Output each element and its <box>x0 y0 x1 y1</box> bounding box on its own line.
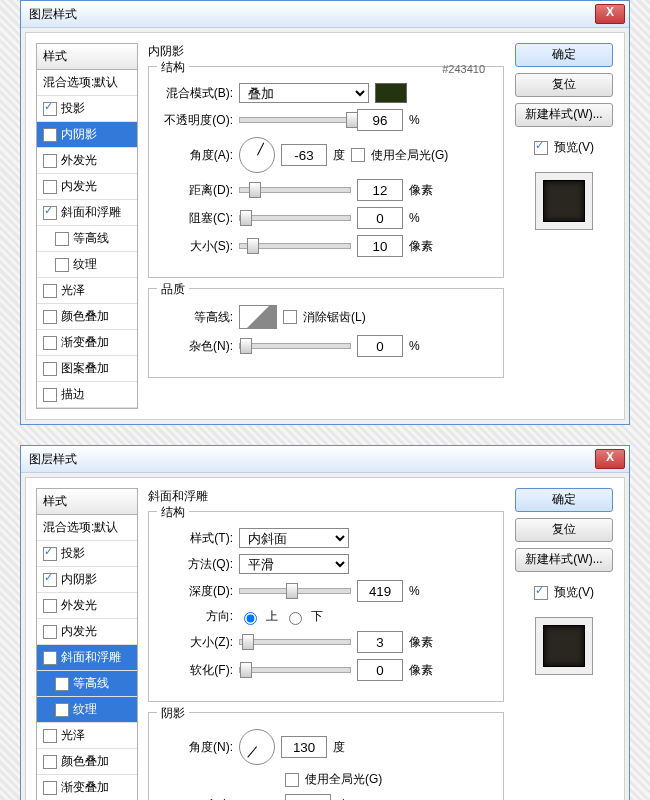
choke-slider[interactable] <box>239 215 351 221</box>
style-checkbox[interactable] <box>55 232 69 246</box>
global-light-checkbox[interactable] <box>285 773 299 787</box>
style-checkbox[interactable] <box>43 128 57 142</box>
style-checkbox[interactable] <box>43 755 57 769</box>
global-light-checkbox[interactable] <box>351 148 365 162</box>
opacity-slider[interactable] <box>239 117 351 123</box>
style-item[interactable]: 光泽 <box>37 723 137 749</box>
color-swatch[interactable] <box>375 83 407 103</box>
opacity-input[interactable] <box>357 109 403 131</box>
style-label: 图案叠加 <box>61 360 109 377</box>
blend-options-row[interactable]: 混合选项:默认 <box>37 515 137 541</box>
dialog-title: 图层样式 <box>29 451 595 468</box>
style-checkbox[interactable] <box>43 651 57 665</box>
style-checkbox[interactable] <box>43 362 57 376</box>
style-checkbox[interactable] <box>43 547 57 561</box>
blend-options-row[interactable]: 混合选项:默认 <box>37 70 137 96</box>
reset-button[interactable]: 复位 <box>515 73 613 97</box>
reset-button[interactable]: 复位 <box>515 518 613 542</box>
style-checkbox[interactable] <box>43 625 57 639</box>
soften-input[interactable] <box>357 659 403 681</box>
style-item[interactable]: 斜面和浮雕 <box>37 200 137 226</box>
style-checkbox[interactable] <box>43 154 57 168</box>
style-item[interactable]: 等高线 <box>37 671 137 697</box>
ok-button[interactable]: 确定 <box>515 488 613 512</box>
style-label: 描边 <box>61 386 85 403</box>
shading-group: 阴影 角度(N):度 使用全局光(G) 高度:度 <box>148 712 504 800</box>
direction-down-radio[interactable] <box>289 612 302 625</box>
style-checkbox[interactable] <box>55 258 69 272</box>
size-input[interactable] <box>357 631 403 653</box>
style-item[interactable]: 等高线 <box>37 226 137 252</box>
style-item[interactable]: 内阴影 <box>37 122 137 148</box>
style-item[interactable]: 内阴影 <box>37 567 137 593</box>
antialias-checkbox[interactable] <box>283 310 297 324</box>
blend-mode-select[interactable]: 叠加 <box>239 83 369 103</box>
style-item[interactable]: 颜色叠加 <box>37 304 137 330</box>
angle-dial[interactable] <box>239 729 275 765</box>
new-style-button[interactable]: 新建样式(W)... <box>515 103 613 127</box>
depth-input[interactable] <box>357 580 403 602</box>
bevel-style-select[interactable]: 内斜面 <box>239 528 349 548</box>
style-label: 内发光 <box>61 178 97 195</box>
style-item[interactable]: 颜色叠加 <box>37 749 137 775</box>
style-checkbox[interactable] <box>55 703 69 717</box>
style-item[interactable]: 外发光 <box>37 148 137 174</box>
close-button[interactable]: X <box>595 449 625 469</box>
style-item[interactable]: 纹理 <box>37 252 137 278</box>
style-item[interactable]: 渐变叠加 <box>37 775 137 800</box>
style-item[interactable]: 投影 <box>37 96 137 122</box>
technique-select[interactable]: 平滑 <box>239 554 349 574</box>
style-checkbox[interactable] <box>43 284 57 298</box>
new-style-button[interactable]: 新建样式(W)... <box>515 548 613 572</box>
angle-input[interactable] <box>281 144 327 166</box>
choke-input[interactable] <box>357 207 403 229</box>
style-checkbox[interactable] <box>43 180 57 194</box>
preview-checkbox[interactable] <box>534 141 548 155</box>
style-item[interactable]: 外发光 <box>37 593 137 619</box>
style-item[interactable]: 纹理 <box>37 697 137 723</box>
style-checkbox[interactable] <box>43 310 57 324</box>
ok-button[interactable]: 确定 <box>515 43 613 67</box>
style-label: 内阴影 <box>61 571 97 588</box>
dialog-title: 图层样式 <box>29 6 595 23</box>
direction-up-radio[interactable] <box>244 612 257 625</box>
style-item[interactable]: 内发光 <box>37 619 137 645</box>
distance-input[interactable] <box>357 179 403 201</box>
style-item[interactable]: 斜面和浮雕 <box>37 645 137 671</box>
close-button[interactable]: X <box>595 4 625 24</box>
style-checkbox[interactable] <box>43 336 57 350</box>
preview-checkbox[interactable] <box>534 586 548 600</box>
altitude-input[interactable] <box>285 794 331 800</box>
size-slider[interactable] <box>239 639 351 645</box>
angle-dial[interactable] <box>239 137 275 173</box>
styles-list: 样式 混合选项:默认 投影内阴影外发光内发光斜面和浮雕等高线纹理光泽颜色叠加渐变… <box>36 488 138 800</box>
style-checkbox[interactable] <box>43 206 57 220</box>
style-item[interactable]: 图案叠加 <box>37 356 137 382</box>
style-label: 斜面和浮雕 <box>61 204 121 221</box>
style-checkbox[interactable] <box>43 102 57 116</box>
style-checkbox[interactable] <box>43 781 57 795</box>
style-item[interactable]: 投影 <box>37 541 137 567</box>
noise-slider[interactable] <box>239 343 351 349</box>
soften-slider[interactable] <box>239 667 351 673</box>
contour-picker[interactable] <box>239 305 277 329</box>
distance-slider[interactable] <box>239 187 351 193</box>
style-item[interactable]: 渐变叠加 <box>37 330 137 356</box>
depth-slider[interactable] <box>239 588 351 594</box>
style-item[interactable]: 内发光 <box>37 174 137 200</box>
size-slider[interactable] <box>239 243 351 249</box>
style-item[interactable]: 光泽 <box>37 278 137 304</box>
style-checkbox[interactable] <box>55 677 69 691</box>
style-checkbox[interactable] <box>43 573 57 587</box>
style-checkbox[interactable] <box>43 729 57 743</box>
angle-input[interactable] <box>281 736 327 758</box>
style-checkbox[interactable] <box>43 599 57 613</box>
size-input[interactable] <box>357 235 403 257</box>
style-item[interactable]: 描边 <box>37 382 137 408</box>
style-label: 颜色叠加 <box>61 308 109 325</box>
style-checkbox[interactable] <box>43 388 57 402</box>
structure-group: 结构 混合模式(B):叠加#243410 不透明度(O):% 角度(A):度使用… <box>148 66 504 278</box>
preview-box <box>535 172 593 230</box>
noise-input[interactable] <box>357 335 403 357</box>
style-label: 等高线 <box>73 675 109 692</box>
